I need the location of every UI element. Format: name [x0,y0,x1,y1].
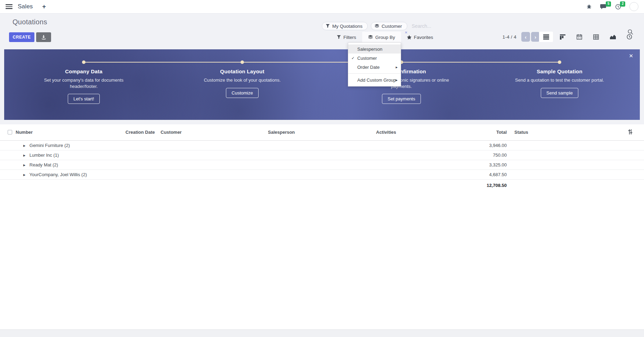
pivot-icon [593,34,599,40]
menu-item-salesperson[interactable]: Salesperson [348,44,401,54]
apps-menu-icon[interactable] [6,4,13,9]
group-row-yourcompany-joel-willis[interactable]: ▶ YourCompany, Joel Willis (2) 4,687.50 [0,170,644,179]
layers-icon [368,35,373,39]
list-icon [543,34,549,40]
favorites-button[interactable]: Favorites [401,32,439,43]
group-row-gemini-furniture[interactable]: ▶ Gemini Furniture (2) 3,946.00 [0,140,644,150]
facet-label: Customer [382,24,402,29]
navbar-right: 5 2 [586,2,638,11]
filters-button[interactable]: Filters [331,32,362,43]
menu-item-label: Add Custom Group [357,77,396,83]
group-by-label: Group By [375,35,395,40]
menu-item-customer[interactable]: ✓ Customer [348,54,401,63]
pager-next-button[interactable]: › [531,32,540,42]
kanban-icon [560,34,565,40]
menu-item-label: Customer [357,56,377,61]
group-by-icon [375,24,379,28]
column-header-total[interactable]: Total [459,124,507,140]
step-description: Set your company's data for documents he… [30,77,138,89]
customize-button[interactable]: Customize [226,88,258,98]
select-all-checkbox[interactable] [8,130,12,134]
column-header-salesperson[interactable]: Salesperson [268,124,376,140]
top-navbar: Sales + 5 2 [0,0,644,14]
table-footer-row: 12,708.50 [0,179,644,191]
graph-view-button[interactable] [606,32,620,42]
optional-columns-icon[interactable] [628,129,633,134]
search-bar: My Quotations ✕ Customer ✕ Search... [322,21,431,31]
create-button[interactable]: CREATE [9,32,34,42]
onboarding-step-company-data: Company Data Set your company's data for… [30,68,138,104]
bottom-strip [0,329,644,337]
download-icon [41,35,46,40]
export-button[interactable] [36,32,51,42]
search-input[interactable]: Search... [412,23,431,29]
column-header-creation-date[interactable]: Creation Date [125,124,161,140]
list-view-button[interactable] [539,32,553,42]
calendar-icon [577,34,582,40]
facet-my-quotations: My Quotations ✕ [322,22,368,30]
page-title: Quotations [13,18,47,26]
menu-item-order-date[interactable]: Order Date ▸ [348,63,401,72]
optional-columns-cell [617,124,644,140]
column-header-status[interactable]: Status [507,124,617,140]
check-icon: ✓ [351,56,354,60]
step-description: Customize the look of your quotations. [188,77,296,83]
send-sample-button[interactable]: Send sample [541,88,578,98]
pager-range: 1-4 / 4 [503,34,516,40]
menu-item-label: Salesperson [357,47,382,52]
column-header-number[interactable]: Number [16,124,125,140]
step-title: Quotation Layout [188,68,296,74]
group-total: 750.00 [459,150,507,160]
calendar-view-button[interactable] [572,32,586,42]
pivot-view-button[interactable] [589,32,603,42]
filter-icon [326,24,330,28]
search-options: Filters Group By Favorites [331,32,439,43]
graph-icon [610,34,616,39]
set-payments-button[interactable]: Set payments [382,94,421,104]
group-row-lumber-inc[interactable]: ▶ Lumber Inc (1) 750.00 [0,150,644,160]
expand-caret-icon: ▶ [23,154,25,157]
select-all-cell [0,124,16,140]
messages-icon[interactable]: 5 [600,4,607,10]
app-name[interactable]: Sales [18,3,33,10]
facet-label: My Quotations [332,24,362,29]
group-by-button[interactable]: Group By [362,32,401,43]
group-name: Lumber Inc (1) [30,153,59,158]
step-description: Send a quotation to test the customer po… [506,77,613,83]
onboarding-step-sample-quotation: Sample Quotation Send a quotation to tes… [506,68,613,98]
group-row-ready-mat[interactable]: ▶ Ready Mat (2) 3,325.00 [0,160,644,170]
timeline-dot [558,60,561,64]
control-panel: Quotations My Quotations ✕ Customer ✕ Se… [0,14,644,49]
list-view: Number Creation Date Customer Salesperso… [0,124,644,329]
menu-item-label: Order Date [357,65,380,70]
star-icon [407,35,411,40]
banner-close-icon[interactable]: ✕ [629,53,633,59]
quotations-table: Number Creation Date Customer Salesperso… [0,124,644,191]
messages-badge: 5 [606,1,611,7]
group-name: Gemini Furniture (2) [30,143,70,148]
step-title: Company Data [30,68,138,74]
favorites-label: Favorites [414,35,433,40]
timeline-dot [82,60,85,64]
menu-item-add-custom-group[interactable]: Add Custom Group ▸ [348,75,401,84]
column-header-customer[interactable]: Customer [161,124,268,140]
clock-icon [627,34,632,40]
group-total: 3,946.00 [459,140,507,150]
activities-clock-icon[interactable]: 2 [615,4,621,10]
plus-icon[interactable]: + [42,3,46,10]
activities-badge: 2 [620,1,625,7]
pager: 1-4 / 4 ‹ › [503,32,540,42]
pager-prev-button[interactable]: ‹ [521,32,530,42]
column-header-activities[interactable]: Activities [376,124,459,140]
table-header-row: Number Creation Date Customer Salesperso… [0,124,644,140]
group-total: 3,325.00 [459,160,507,170]
grand-total: 12,708.50 [459,179,507,191]
expand-caret-icon: ▶ [23,164,25,167]
debug-bug-icon[interactable] [586,4,592,9]
timeline [84,62,560,63]
activity-view-button[interactable] [622,32,636,42]
page: Sales + 5 2 Quotations My Quotations ✕ [0,0,644,337]
lets-start-button[interactable]: Let's start! [68,94,100,104]
kanban-view-button[interactable] [556,32,570,42]
user-avatar[interactable] [629,2,638,11]
